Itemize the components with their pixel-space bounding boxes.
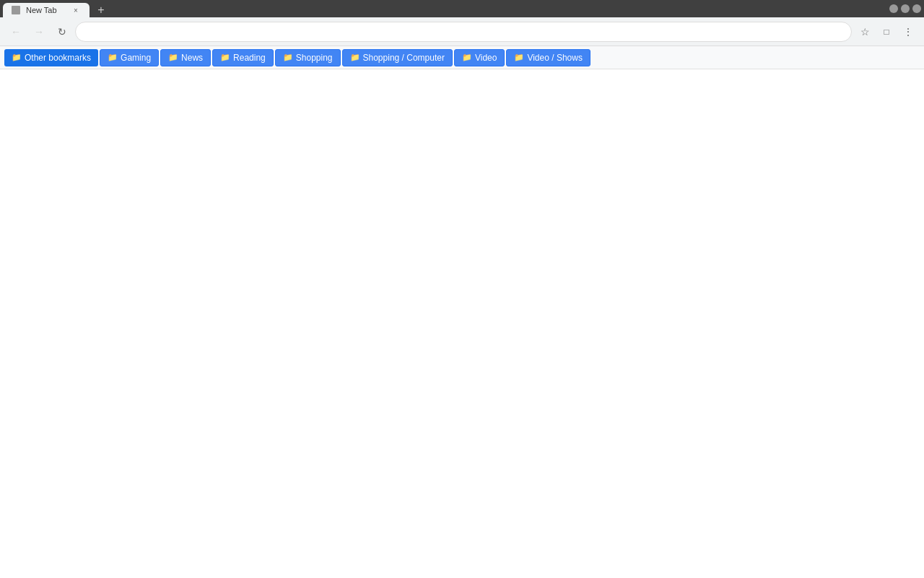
folder-icon: 📁 — [12, 53, 22, 62]
address-bar[interactable] — [75, 22, 852, 42]
main-content — [0, 69, 924, 578]
title-bar: New Tab × + — [0, 0, 924, 17]
bookmark-star-button[interactable]: ☆ — [855, 22, 875, 42]
bookmark-shopping[interactable]: 📁 Shopping — [275, 49, 341, 66]
tab-favicon — [12, 6, 20, 14]
forward-button[interactable]: → — [29, 22, 49, 42]
folder-icon: 📁 — [220, 53, 230, 62]
menu-icon: ⋮ — [903, 26, 913, 38]
screenshot-icon: □ — [884, 27, 889, 37]
bookmarks-bar: 📁 Other bookmarks 📁 Gaming 📁 News 📁 Read… — [0, 46, 924, 69]
bookmark-news[interactable]: 📁 News — [160, 49, 211, 66]
tab-strip: New Tab × + — [3, 0, 110, 17]
back-icon: ← — [11, 26, 21, 38]
reload-button[interactable]: ↻ — [52, 22, 72, 42]
bookmark-video-shows[interactable]: 📁 Video / Shows — [506, 49, 590, 66]
folder-icon: 📁 — [514, 53, 524, 62]
screenshot-button[interactable]: □ — [876, 22, 897, 42]
back-button[interactable]: ← — [6, 22, 26, 42]
bookmark-other-bookmarks[interactable]: 📁 Other bookmarks — [4, 49, 98, 66]
forward-icon: → — [34, 26, 44, 38]
close-window-button[interactable] — [912, 4, 921, 13]
bookmark-star-icon: ☆ — [860, 26, 870, 38]
menu-button[interactable]: ⋮ — [898, 22, 918, 42]
bookmark-shopping-computer[interactable]: 📁 Shopping / Computer — [342, 49, 453, 66]
bookmark-video[interactable]: 📁 Video — [454, 49, 505, 66]
folder-icon: 📁 — [350, 53, 360, 62]
tab-label: New Tab — [26, 6, 57, 14]
folder-icon: 📁 — [283, 53, 293, 62]
folder-icon: 📁 — [462, 53, 472, 62]
active-tab[interactable]: New Tab × — [3, 3, 90, 17]
folder-icon: 📁 — [168, 53, 178, 62]
new-tab-button[interactable]: + — [92, 3, 110, 17]
folder-icon: 📁 — [108, 53, 118, 62]
tab-close-button[interactable]: × — [71, 5, 81, 15]
minimize-button[interactable] — [889, 4, 898, 13]
maximize-button[interactable] — [901, 4, 910, 13]
reload-icon: ↻ — [58, 26, 66, 38]
nav-right-icons: ☆ □ ⋮ — [855, 22, 918, 42]
title-bar-controls — [889, 4, 921, 13]
navigation-bar: ← → ↻ ☆ □ ⋮ — [0, 17, 924, 46]
bookmark-gaming[interactable]: 📁 Gaming — [100, 49, 159, 66]
bookmark-reading[interactable]: 📁 Reading — [212, 49, 274, 66]
